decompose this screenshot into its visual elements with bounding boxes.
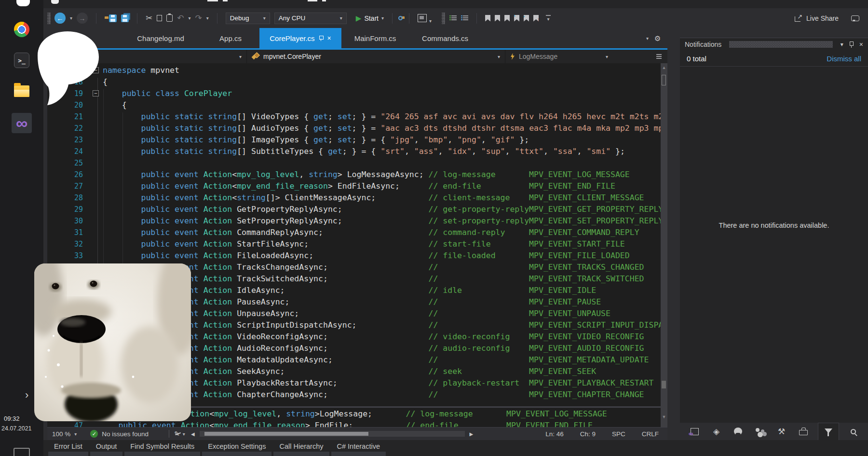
filter-tab-selected[interactable] [818,423,839,440]
bottom-tab-output[interactable]: Output [90,440,123,456]
toolbar-drag-handle[interactable] [442,13,445,24]
next-bookmark-icon[interactable]: ▸ [504,15,510,22]
toolbar-overflow-button[interactable]: ▾ [546,15,551,22]
wrench-icon[interactable]: ⚒ [774,424,789,439]
tab-pin-icon[interactable] [319,35,324,41]
code-line-27[interactable]: 27 public event Action<mpv_end_file_reas… [47,180,667,192]
bottom-tab-error-list[interactable]: Error List [48,440,88,456]
redo-button[interactable]: ↷ [195,14,202,22]
code-line-31[interactable]: 31 public event Action CommandReplyAsync… [47,227,667,238]
solution-configuration-combo[interactable]: Debug ▾ [226,13,270,24]
tab-Commands.cs[interactable]: Commands.cs [409,28,481,48]
search-icon[interactable] [846,424,861,439]
bottom-tab-c-interactive[interactable]: C# Interactive [331,440,386,456]
code-line-20[interactable]: 20 { [47,99,667,111]
code-line-32[interactable]: 32 public event Action StartFileAsync;//… [47,238,667,250]
tab-CorePlayer.cs[interactable]: CorePlayer.cs× [259,28,341,48]
pin-icon[interactable] [849,41,854,48]
tab-Changelog.md[interactable]: Changelog.md [120,28,202,48]
code-line-33[interactable]: 33 public event Action FileLoadedAsync;/… [47,250,667,262]
code-line-21[interactable]: 21 public static string[] VideoTypes { g… [47,111,667,123]
member-dropdown[interactable]: LogMessage ▾ [505,50,667,63]
navigate-forward-button[interactable]: → [77,13,88,24]
code-line-24[interactable]: 24 public static string[] SubtitleTypes … [47,146,667,157]
previous-bookmark-icon[interactable]: ◂ [495,15,500,22]
taskbar-clock-date[interactable]: 24.07.2021 [0,425,43,432]
scrollbar-thumb-bottom-pane[interactable] [662,381,666,388]
editor-splitter-icon[interactable] [656,54,663,59]
start-debugging-button[interactable]: ▶ Start ▾ [356,14,384,23]
type-dropdown[interactable]: mpvnet.CorePlayer ▾ [247,50,505,63]
scroll-up-icon[interactable]: ▲ [661,65,667,70]
navigate-back-caret[interactable]: ▾ [70,15,72,21]
taskbar-item-visual-studio[interactable]: ∞ [12,113,32,133]
code-line-26[interactable]: 26 public event Action<mpv_log_level, st… [47,169,667,180]
code-line-30[interactable]: 30 public event Action SetPropertyReplyA… [47,215,667,227]
redo-caret[interactable]: ▾ [206,15,209,21]
toggle-bookmark-icon[interactable] [485,15,490,22]
feedback-icon[interactable] [851,15,859,21]
scroll-left-icon[interactable]: ◀ [191,431,195,437]
line-ending-indicator[interactable]: CRLF [642,430,659,438]
code-line-23[interactable]: 23 public static string[] ImageTypes { g… [47,134,667,146]
scrollbar-thumb[interactable] [662,75,666,85]
solution-platform-combo[interactable]: Any CPU ▾ [274,13,347,24]
space-mode-indicator[interactable]: SPC [612,430,625,438]
bottom-tab-exception-settings[interactable]: Exception Settings [202,440,271,456]
vs-window-icon[interactable]: ∞ [688,424,702,439]
bottom-tab-call-hierarchy[interactable]: Call Hierarchy [273,440,329,456]
zoom-level-combo[interactable]: 100 % [52,430,70,438]
indent-lines-icon-2[interactable] [461,15,468,21]
undo-button[interactable]: ↶ [177,14,184,22]
next-bookmark-folder-icon[interactable]: ↷ [524,15,529,22]
save-button[interactable] [109,14,117,22]
toolbox-icon[interactable] [796,424,811,439]
vertical-scrollbar[interactable]: ▲ ▼ [661,63,667,427]
undo-caret[interactable]: ▾ [189,15,191,21]
taskbar-item-file-explorer[interactable] [12,81,32,101]
code-line-17[interactable]: 17−namespace mpvnet [47,65,667,76]
live-share-button[interactable]: ↗ Live Share [795,14,839,22]
save-all-button[interactable] [121,14,129,22]
code-line-19[interactable]: 19− public class CorePlayer [47,88,667,99]
taskbar-expand-chevron[interactable]: › [25,389,28,401]
code-line-29[interactable]: 29 public event Action GetPropertyReplyA… [47,204,667,215]
toolbar-drag-handle[interactable] [47,13,51,24]
panel-options-caret[interactable]: ▾ [841,41,843,48]
issues-status-text[interactable]: No issues found [102,430,149,438]
team-icon[interactable] [753,424,767,439]
indent-lines-icon-1[interactable] [449,15,457,21]
horizontal-scrollbar[interactable] [200,431,465,437]
tab-MainForm.cs[interactable]: MainForm.cs [341,28,409,48]
paste-button[interactable] [166,14,173,22]
clear-bookmarks-icon[interactable]: ✕ [533,15,539,22]
taskbar-clock-time[interactable]: 09:32 [0,415,41,422]
scroll-down-icon[interactable]: ▼ [661,415,667,419]
bottom-tab-find-symbol-results[interactable]: Find Symbol Results [124,440,200,456]
code-line-22[interactable]: 22 public static string[] AudioTypes { g… [47,123,667,134]
notifications-titlebar[interactable]: Notifications ▾ × [680,38,868,51]
tab-close-icon[interactable]: × [327,34,331,42]
code-cleanup-icon[interactable]: ✎ [174,430,180,438]
scroll-right-icon[interactable]: ▶ [470,431,474,437]
taskbar-item-terminal[interactable]: >_ [12,50,32,70]
git-changes-icon[interactable]: ◈ [709,424,724,439]
zoom-caret-icon[interactable]: ▾ [74,431,77,437]
previous-bookmark-folder-icon[interactable]: ↶ [514,15,519,22]
github-icon[interactable] [731,424,746,439]
taskbar-monitor-icon[interactable] [14,448,30,456]
code-line-25[interactable]: 25 [47,157,667,169]
start-caret[interactable]: ▾ [381,15,384,21]
horizontal-scrollbar-thumb[interactable] [204,432,368,436]
close-icon[interactable]: × [859,41,863,48]
code-line-18[interactable]: 18{ [47,76,667,88]
dismiss-all-link[interactable]: Dismiss all [827,55,861,63]
tab-list-caret[interactable]: ▾ [646,36,649,41]
code-line-28[interactable]: 28 public event Action<string[]> ClientM… [47,192,667,204]
tab-App.cs[interactable]: App.cs [202,28,259,48]
copy-button[interactable] [157,15,162,21]
code-cleanup-caret[interactable]: ▾ [183,431,185,437]
preview-selector-icon[interactable] [418,14,427,22]
cut-button[interactable]: ✂ [146,14,152,22]
navigate-back-button[interactable]: ← [54,13,66,24]
